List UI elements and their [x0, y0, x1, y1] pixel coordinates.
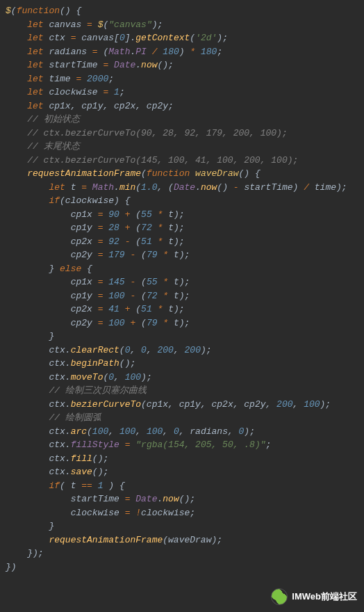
- code-line: startTime = Date.now();: [6, 492, 358, 506]
- code-line: let ctx = canvas[0].getContext('2d');: [6, 31, 358, 45]
- code-line: }: [6, 520, 358, 533]
- watermark-text: IMWeb前端社区: [292, 590, 357, 604]
- code-line: if( t == 1 ) {: [6, 479, 358, 493]
- watermark: IMWeb前端社区: [271, 588, 357, 605]
- code-line: ctx.arc(100, 100, 100, 0, radians, 0);: [6, 425, 358, 439]
- code-line: if(clockwise) {: [6, 194, 358, 208]
- code-line: cp2x = 92 - (51 * t);: [6, 235, 358, 249]
- code-line: cp1y = 100 - (72 * t);: [6, 289, 358, 303]
- code-line: ctx.save();: [6, 465, 358, 479]
- code-line: let cp1x, cp1y, cp2x, cp2y;: [6, 99, 358, 113]
- code-line: cp2y = 179 - (79 * t);: [6, 248, 358, 262]
- code-line: ctx.bezierCurveTo(cp1x, cp1y, cp2x, cp2y…: [6, 398, 358, 412]
- code-line: // 末尾状态: [6, 140, 358, 154]
- code-line: cp1x = 90 + (55 * t);: [6, 208, 358, 222]
- code-line: // ctx.bezierCurveTo(145, 100, 41, 100, …: [6, 154, 358, 168]
- code-line: let startTime = Date.now();: [6, 58, 358, 72]
- code-line: ctx.fillStyle = "rgba(154, 205, 50, .8)"…: [6, 438, 358, 452]
- code-line: requestAnimationFrame(function waveDraw(…: [6, 167, 358, 181]
- wechat-icon: [271, 588, 288, 605]
- code-line: });: [6, 547, 358, 561]
- code-line: cp1y = 28 + (72 * t);: [6, 221, 358, 235]
- code-line: ctx.clearRect(0, 0, 200, 200);: [6, 344, 358, 357]
- code-line: let canvas = $("canvas");: [6, 18, 358, 32]
- code-line: ctx.beginPath();: [6, 357, 358, 371]
- code-line: }: [6, 330, 358, 344]
- code-editor: $(function() { let canvas = $("canvas");…: [0, 0, 364, 578]
- code-line: } else {: [6, 262, 358, 276]
- code-line: // 绘制圆弧: [6, 411, 358, 425]
- code-line: let t = Math.min(1.0, (Date.now() - star…: [6, 181, 358, 195]
- code-line: // ctx.bezierCurveTo(90, 28, 92, 179, 20…: [6, 127, 358, 140]
- code-line: cp2x = 41 + (51 * t);: [6, 303, 358, 316]
- code-line: let time = 2000;: [6, 72, 358, 86]
- code-line: // 绘制三次贝塞尔曲线: [6, 384, 358, 398]
- code-line: let radians = (Math.PI / 180) * 180;: [6, 45, 358, 59]
- code-line: cp1x = 145 - (55 * t);: [6, 275, 358, 289]
- code-line: clockwise = !clockwise;: [6, 506, 358, 520]
- code-line: // 初始状态: [6, 113, 358, 127]
- code-line: let clockwise = 1;: [6, 86, 358, 99]
- code-line: }): [6, 561, 358, 574]
- code-line: $(function() {: [6, 4, 358, 18]
- code-line: ctx.fill();: [6, 452, 358, 466]
- code-line: requestAnimationFrame(waveDraw);: [6, 533, 358, 547]
- code-line: ctx.moveTo(0, 100);: [6, 371, 358, 385]
- code-line: cp2y = 100 + (79 * t);: [6, 316, 358, 330]
